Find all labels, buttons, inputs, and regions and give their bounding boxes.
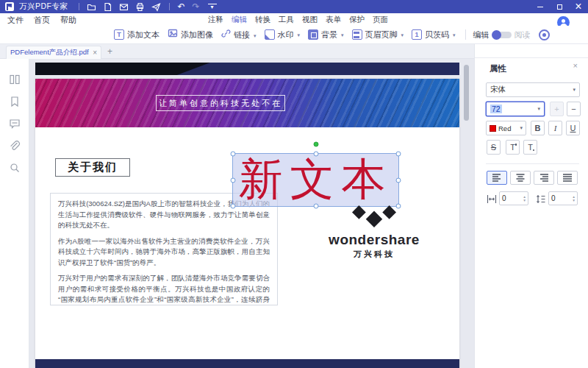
document-viewport[interactable]: 让简单创意的科技无处不在 关于我们 万兴科技(300624.SZ)是国内A股上市… bbox=[29, 59, 474, 368]
underline-button[interactable]: U bbox=[566, 121, 580, 135]
menu-help[interactable]: 帮助 bbox=[60, 15, 76, 26]
selected-textbox[interactable]: 新文本 bbox=[232, 153, 399, 207]
font-family-select[interactable]: 宋体 ▾ bbox=[486, 82, 580, 97]
close-tab-icon[interactable]: × bbox=[93, 49, 97, 57]
new-text-content[interactable]: 新文本 bbox=[233, 154, 398, 206]
panel-close-icon[interactable]: × bbox=[573, 61, 578, 70]
font-size-value: 72 bbox=[490, 105, 502, 113]
resize-handle-e[interactable] bbox=[396, 177, 401, 183]
close-button[interactable]: × bbox=[569, 0, 588, 13]
divider bbox=[465, 29, 466, 40]
add-text-button[interactable]: T 添加文本 bbox=[114, 29, 159, 40]
print-icon[interactable] bbox=[132, 0, 148, 13]
divider bbox=[79, 3, 79, 10]
scrollbar-thumb[interactable] bbox=[464, 65, 469, 121]
chevron-down-icon[interactable]: ▾ bbox=[298, 32, 301, 40]
resize-handle-sw[interactable] bbox=[231, 204, 236, 209]
align-center-icon bbox=[514, 173, 526, 183]
share-icon[interactable] bbox=[148, 0, 165, 13]
link-icon bbox=[221, 28, 231, 41]
strikethrough-button[interactable]: S bbox=[487, 140, 501, 155]
chevron-down-icon[interactable]: ▾ bbox=[254, 33, 257, 41]
char-spacing-stepper[interactable]: 0 ▴ ▾ bbox=[499, 191, 528, 205]
vertical-scrollbar[interactable] bbox=[463, 59, 470, 368]
italic-button[interactable]: I bbox=[548, 121, 562, 135]
logo-wordmark: wondershare bbox=[315, 232, 434, 248]
subscript-button[interactable]: T bbox=[523, 140, 537, 155]
save-icon[interactable] bbox=[100, 0, 116, 13]
bold-button[interactable]: B bbox=[531, 121, 545, 135]
image-icon bbox=[168, 28, 178, 41]
edit-read-toggle[interactable] bbox=[492, 32, 512, 38]
decrease-size-button[interactable]: − bbox=[567, 102, 581, 116]
link-button[interactable]: 链接 ▾ bbox=[221, 28, 257, 41]
menu-file[interactable]: 文件 bbox=[7, 15, 24, 26]
align-center-button[interactable] bbox=[510, 171, 531, 185]
add-text-icon: T bbox=[114, 29, 124, 40]
toolbar-options-icon[interactable]: ▾ bbox=[208, 4, 217, 10]
redo-icon[interactable]: ↷ bbox=[189, 0, 204, 13]
chevron-down-icon[interactable]: ▾ bbox=[401, 32, 404, 40]
read-mode-label: 阅读 bbox=[514, 29, 531, 40]
chevron-down-icon[interactable]: ▾ bbox=[453, 32, 456, 40]
comments-icon[interactable] bbox=[9, 118, 21, 130]
bookmarks-icon[interactable] bbox=[9, 96, 21, 107]
bates-icon: 1 bbox=[412, 29, 422, 40]
chevron-down-icon[interactable]: ▾ bbox=[341, 32, 344, 40]
edit-toolbar: T 添加文本 添加图像 链接 ▾ 水印 ▾ 背景 ▾ 页眉页脚 ▾ 1 bbox=[0, 26, 588, 44]
left-sidebar bbox=[0, 59, 29, 368]
maximize-button[interactable] bbox=[550, 0, 569, 13]
superscript-button[interactable]: T bbox=[506, 140, 520, 155]
font-color-select[interactable]: Red ▾ bbox=[486, 121, 526, 135]
minimize-button[interactable] bbox=[531, 0, 550, 13]
align-justify-button[interactable] bbox=[557, 171, 578, 185]
bates-number-button[interactable]: 1 贝茨码 ▾ bbox=[412, 29, 456, 40]
char-spacing-icon bbox=[487, 194, 497, 203]
color-name: Red bbox=[498, 124, 511, 132]
align-left-icon bbox=[491, 173, 503, 183]
resize-handle-nw[interactable] bbox=[231, 152, 236, 157]
thumbnails-icon[interactable] bbox=[9, 74, 21, 85]
body-text-block[interactable]: 万兴科技(300624.SZ)是国内A股上市的智慧科技企业，我们为人们的生活与工… bbox=[50, 193, 278, 305]
attachments-icon[interactable] bbox=[9, 140, 21, 152]
menu-home[interactable]: 首页 bbox=[34, 15, 50, 26]
background-icon bbox=[308, 29, 318, 40]
divider bbox=[486, 163, 579, 164]
line-spacing-value: 0 bbox=[551, 194, 556, 202]
resize-handle-n[interactable] bbox=[313, 152, 318, 157]
document-tab[interactable]: PDFelement产品介绍.pdf * × bbox=[6, 46, 101, 59]
page-heading: 关于我们 bbox=[68, 160, 118, 174]
undo-icon[interactable]: ↶ bbox=[174, 0, 189, 13]
paragraph: 万兴对于用户的需求有深刻的了解，团队清楚海外市场竞争需要切合用户的需和求可接受价… bbox=[58, 273, 270, 305]
wondershare-logo: wondershare 万兴科技 bbox=[315, 205, 434, 260]
app-title: 万兴PDF专家 bbox=[19, 1, 68, 12]
pdf-page: 让简单创意的科技无处不在 关于我们 万兴科技(300624.SZ)是国内A股上市… bbox=[35, 79, 459, 368]
font-size-select[interactable]: 72 ▾ bbox=[486, 102, 545, 116]
paragraph: 作为A股唯一一家以海外出售软件为主营业的消费类软件企业，万兴科技成立十六年时间内… bbox=[58, 236, 270, 269]
focus-mode-icon[interactable] bbox=[539, 29, 550, 40]
resize-handle-w[interactable] bbox=[231, 177, 236, 183]
header-footer-button[interactable]: 页眉页脚 ▾ bbox=[352, 29, 404, 40]
watermark-button[interactable]: 水印 ▾ bbox=[265, 29, 301, 40]
email-icon[interactable] bbox=[116, 0, 132, 13]
spin-down-icon: ▾ bbox=[573, 199, 575, 202]
new-tab-button[interactable]: + bbox=[107, 46, 112, 57]
rotate-handle[interactable] bbox=[313, 142, 318, 147]
search-icon[interactable] bbox=[9, 162, 21, 174]
page-banner-image: 让简单创意的科技无处不在 bbox=[35, 79, 459, 127]
increase-size-button[interactable]: + bbox=[550, 102, 564, 116]
wondershare-mark-icon bbox=[351, 205, 397, 227]
divider bbox=[169, 3, 170, 10]
line-spacing-stepper[interactable]: 0 ▴ ▾ bbox=[548, 191, 578, 205]
app-logo-icon bbox=[5, 2, 14, 11]
resize-handle-ne[interactable] bbox=[396, 152, 401, 157]
align-justify-icon bbox=[562, 173, 573, 183]
open-file-icon[interactable] bbox=[84, 0, 100, 13]
pdfelement-window: 万兴PDF专家 ↶ ↷ ▾ × 文件 首页 帮助 注释 编辑 转换 工具 视图 … bbox=[0, 0, 588, 368]
add-image-button[interactable]: 添加图像 bbox=[168, 28, 213, 41]
background-button[interactable]: 背景 ▾ bbox=[308, 29, 344, 40]
heading-text-block[interactable]: 关于我们 bbox=[55, 158, 130, 177]
chevron-down-icon: ▾ bbox=[537, 106, 540, 112]
align-left-button[interactable] bbox=[487, 171, 507, 185]
align-right-button[interactable] bbox=[534, 171, 554, 185]
